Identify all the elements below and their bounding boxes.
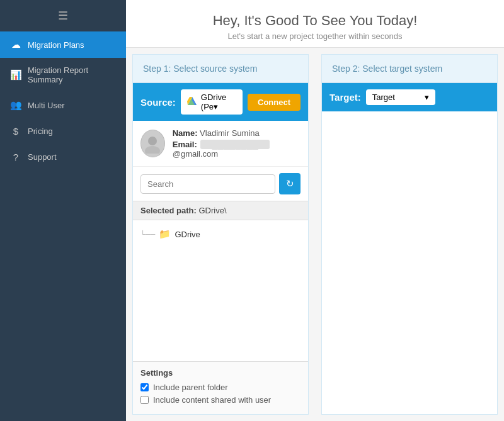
tree-item-gdrive[interactable]: └── 📁 GDrive: [140, 227, 301, 242]
gdrive-dropdown[interactable]: GDrive (Pe▾: [181, 89, 243, 115]
include-shared-label: Include content shared with user: [153, 395, 271, 405]
target-step-label: Step 2: Select target system: [332, 64, 442, 74]
sidebar-item-label: Migration Report Summary: [28, 65, 116, 84]
avatar: [140, 130, 165, 157]
svg-point-4: [145, 146, 160, 154]
refresh-icon: ↻: [286, 178, 294, 189]
chart-icon: 📊: [10, 69, 21, 81]
users-icon: 👥: [10, 99, 21, 111]
include-parent-folder-row[interactable]: Include parent folder: [140, 383, 301, 392]
source-label: Source:: [140, 97, 176, 108]
question-icon: ?: [10, 152, 21, 162]
include-shared-row[interactable]: Include content shared with user: [140, 395, 301, 405]
sidebar-item-migration-report[interactable]: 📊 Migration Report Summary: [0, 58, 126, 92]
target-dropdown-text: Target: [372, 93, 395, 102]
sidebar-item-migration-plans[interactable]: ☁ Migration Plans: [0, 31, 126, 58]
include-shared-checkbox[interactable]: [140, 396, 149, 404]
target-body-empty: [322, 111, 497, 414]
sidebar-item-pricing[interactable]: $ Pricing: [0, 118, 126, 144]
user-email-row: Email: ████████ @gmail.com: [173, 140, 301, 159]
sidebar-item-label: Pricing: [28, 126, 53, 136]
gdrive-color-icon: [187, 96, 197, 108]
page-subtitle: Let's start a new project together withi…: [139, 31, 491, 41]
selected-path-value: GDrive\: [198, 206, 226, 215]
source-step-label: Step 1: Select source system: [143, 64, 257, 74]
file-tree: └── 📁 GDrive: [133, 220, 308, 361]
email-domain: @gmail.com: [173, 149, 218, 159]
source-step-body: Source: GDrive (Pe▾ Connect: [133, 83, 308, 414]
tree-line-icon: └──: [140, 230, 155, 238]
sidebar-item-label: Support: [28, 152, 57, 162]
user-name-value: Vladimir Sumina: [200, 128, 260, 138]
include-parent-label: Include parent folder: [153, 383, 228, 392]
target-step-panel: Step 2: Select target system Target: Tar…: [321, 54, 498, 415]
source-step-panel: Step 1: Select source system Source:: [132, 54, 309, 415]
target-header-bar: Target: Target ▾: [322, 83, 497, 111]
folder-icon: 📁: [159, 228, 171, 240]
sidebar-item-label: Migration Plans: [28, 40, 84, 50]
include-parent-checkbox[interactable]: [140, 383, 149, 391]
hamburger-icon: ☰: [58, 9, 68, 22]
dollar-icon: $: [10, 126, 21, 137]
gdrive-dropdown-text: GDrive (Pe▾: [201, 93, 236, 111]
target-label: Target:: [329, 92, 361, 103]
sidebar-item-support[interactable]: ? Support: [0, 144, 126, 170]
settings-title: Settings: [140, 368, 301, 378]
page-title: Hey, It's Good To See You Today!: [139, 13, 491, 29]
source-step-header: Step 1: Select source system: [133, 55, 308, 83]
chevron-down-icon: ▾: [425, 93, 429, 102]
selected-path-label: Selected path:: [140, 206, 197, 215]
target-dropdown[interactable]: Target ▾: [366, 89, 435, 105]
user-name-row: Name: Vladimir Sumina: [173, 128, 301, 138]
sidebar-item-multi-user[interactable]: 👥 Multi User: [0, 92, 126, 118]
connect-button[interactable]: Connect: [248, 94, 301, 111]
svg-point-3: [148, 137, 157, 145]
email-masked: ████████: [200, 140, 270, 149]
page-header: Hey, It's Good To See You Today! Let's s…: [126, 0, 504, 48]
user-details: Name: Vladimir Sumina Email: ████████ @g…: [173, 128, 301, 159]
source-header-bar: Source: GDrive (Pe▾ Connect: [133, 83, 308, 121]
cloud-icon: ☁: [10, 39, 21, 50]
target-step-header: Step 2: Select target system: [322, 55, 497, 83]
search-input[interactable]: [140, 174, 275, 194]
tree-item-label: GDrive: [175, 230, 200, 239]
settings-section: Settings Include parent folder Include c…: [133, 361, 308, 414]
search-row: ↻: [133, 167, 308, 201]
steps-container: Step 1: Select source system Source:: [126, 48, 504, 421]
email-label: Email:: [173, 140, 197, 149]
selected-path-bar: Selected path: GDrive\: [133, 201, 308, 220]
name-label: Name:: [173, 128, 198, 138]
sidebar-item-label: Multi User: [28, 101, 65, 110]
main-content: Hey, It's Good To See You Today! Let's s…: [126, 0, 504, 421]
sidebar: ☰ ☁ Migration Plans 📊 Migration Report S…: [0, 0, 126, 421]
target-step-body: Target: Target ▾: [322, 83, 497, 414]
user-info: Name: Vladimir Sumina Email: ████████ @g…: [133, 121, 308, 167]
hamburger-menu[interactable]: ☰: [0, 0, 126, 31]
refresh-button[interactable]: ↻: [279, 173, 301, 194]
